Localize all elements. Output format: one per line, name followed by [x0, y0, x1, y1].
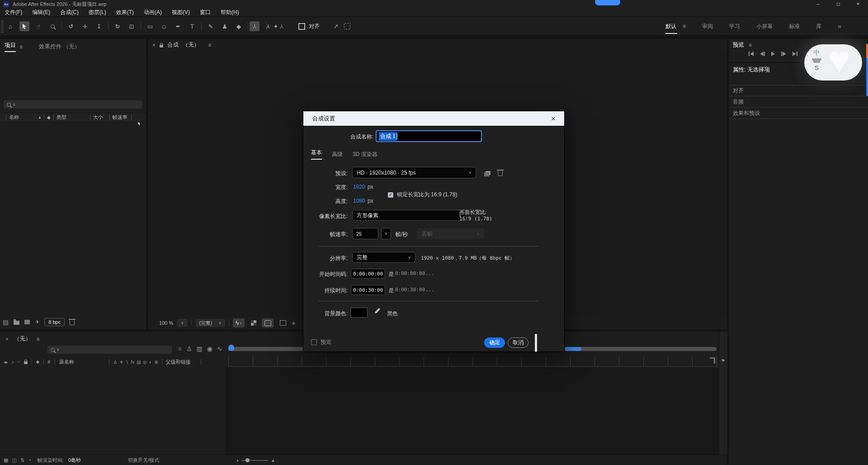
maximize-button[interactable]: ▢	[828, 0, 848, 8]
workspace-more-chevron[interactable]: »	[838, 23, 841, 30]
brush-tool[interactable]: ✎	[206, 21, 216, 31]
transparency-grid-icon[interactable]	[251, 320, 256, 326]
dialog-scrollbar-thumb[interactable]	[535, 334, 537, 352]
ime-mode-label[interactable]: 中	[813, 48, 820, 57]
column-name[interactable]: 名称	[9, 114, 19, 121]
eyedropper-icon[interactable]	[374, 307, 381, 314]
save-preset-icon[interactable]	[486, 171, 491, 175]
hide-shy-layers-icon[interactable]: ♙	[186, 346, 192, 352]
previous-frame-button[interactable]	[760, 52, 765, 56]
switch-collapse-icon[interactable]: ✳	[119, 360, 123, 365]
framerate-input[interactable]: 25	[352, 228, 378, 239]
lock-icon[interactable]	[160, 45, 163, 47]
delete-preset-icon[interactable]	[498, 171, 503, 176]
view-axis-mode-button[interactable]: Y	[277, 21, 287, 31]
rotation-tool[interactable]: ↻	[113, 21, 123, 31]
ok-button[interactable]: 确定	[484, 337, 505, 348]
solo-icon[interactable]: ○	[18, 360, 20, 364]
column-framerate[interactable]: 帧速率	[113, 114, 127, 121]
pen-tool[interactable]: ✒	[173, 21, 183, 31]
fast-preview-button[interactable]: ϟ∨	[233, 318, 245, 327]
resolution-dialog-dropdown[interactable]: 完整∨	[352, 252, 415, 263]
audio-panel-header[interactable]: 音频	[729, 96, 868, 108]
toggle-switches-modes-label[interactable]: 切换开关/模式	[128, 457, 159, 464]
switch-shy-icon[interactable]: ♙	[113, 360, 117, 365]
project-search-input[interactable]: ∨	[4, 100, 142, 109]
dialog-tab-basic[interactable]: 基本	[311, 149, 322, 160]
ime-logo-letter[interactable]: S	[815, 64, 819, 71]
preview-panel-menu-icon[interactable]: ≡	[749, 43, 752, 48]
dialog-close-button[interactable]: ✕	[546, 111, 561, 126]
column-size[interactable]: 大小	[93, 114, 103, 121]
align-panel-header[interactable]: 对齐	[729, 85, 868, 96]
workspace-default[interactable]: 默认	[665, 23, 676, 30]
switch-fx-icon[interactable]: fx	[131, 360, 134, 365]
track-area[interactable]	[226, 367, 719, 455]
trash-icon[interactable]	[70, 320, 75, 325]
marquee-button[interactable]	[342, 21, 352, 31]
comp-marker-icon[interactable]: ⚑	[721, 359, 725, 363]
type-tool[interactable]: T	[187, 21, 197, 31]
camera-tool[interactable]: ⊡	[127, 21, 137, 31]
pan-camera-tool[interactable]: ✛	[80, 21, 90, 31]
menu-file[interactable]: 文件(F)	[5, 9, 22, 16]
timeline-tab-label[interactable]: （无）	[14, 335, 31, 343]
magnification-dropdown[interactable]: ∨	[177, 319, 188, 327]
go-to-end-button[interactable]	[793, 52, 797, 56]
new-folder-icon[interactable]	[14, 321, 19, 325]
dialog-preview-checkbox[interactable]	[311, 339, 317, 345]
workspace-menu-icon[interactable]: ≡	[683, 24, 686, 29]
viewer-tab-close-icon[interactable]: ×	[152, 42, 156, 48]
height-value[interactable]: 1080	[353, 198, 365, 204]
menu-animation[interactable]: 动画(A)	[144, 9, 162, 16]
lock-aspect-checkbox[interactable]: ✓	[388, 192, 393, 198]
project-panel-menu-icon[interactable]: ≡	[19, 44, 23, 50]
toolbar-grip[interactable]	[1, 20, 4, 33]
cancel-button[interactable]: 取消	[508, 337, 528, 348]
next-frame-button[interactable]	[781, 52, 786, 56]
duration-input[interactable]: 0:00:30:00	[351, 285, 385, 295]
switch-quality-icon[interactable]: ∖	[126, 360, 128, 365]
viewer-tab-label[interactable]: 合成	[167, 41, 179, 49]
switch-3d-icon[interactable]: ⊕	[154, 360, 158, 365]
zoom-slider-knob[interactable]	[245, 458, 250, 462]
sort-ascending-icon[interactable]: ▲	[38, 115, 42, 119]
edge-widget-blue-sliver[interactable]	[866, 58, 868, 96]
menu-window[interactable]: 窗口	[200, 9, 211, 16]
orbit-camera-tool[interactable]: ↺	[66, 21, 76, 31]
label-column-icon[interactable]: ◆	[47, 115, 51, 120]
project-settings-icon[interactable]	[24, 320, 30, 324]
shape-tool[interactable]: ◇	[159, 21, 169, 31]
panel-resize-nub[interactable]	[137, 123, 140, 126]
arrow-ne-icon[interactable]: ↗	[333, 23, 339, 29]
close-button[interactable]: ✕	[848, 0, 868, 8]
framerate-preset-dropdown[interactable]: ∨	[381, 228, 391, 239]
menu-edit[interactable]: 编辑(E)	[32, 9, 50, 16]
toggle-inout-pane-icon[interactable]: ⇅	[20, 458, 24, 463]
menu-effect[interactable]: 效果(T)	[116, 9, 134, 16]
preview-panel-title[interactable]: 预览	[733, 41, 744, 49]
workspace-libraries[interactable]: 库	[816, 23, 821, 30]
source-name-column[interactable]: 源名称	[59, 359, 74, 365]
width-value[interactable]: 1920	[353, 184, 365, 190]
menu-layer[interactable]: 图层(L)	[89, 9, 106, 16]
workspace-review[interactable]: 审阅	[702, 23, 713, 30]
interpret-footage-icon[interactable]: ▤	[3, 319, 9, 325]
motion-blur-icon[interactable]: ◉	[207, 346, 212, 352]
graph-editor-icon[interactable]: ∿	[217, 346, 222, 352]
mask-visibility-button[interactable]	[262, 318, 274, 327]
preset-dropdown[interactable]: HD · 1920x1080 · 25 fps∨	[352, 167, 476, 178]
menu-help[interactable]: 帮助(H)	[221, 9, 239, 16]
current-time-indicator[interactable]	[228, 345, 234, 351]
toggle-transfer-pane-icon[interactable]: ◫	[12, 458, 16, 463]
frame-blending-icon[interactable]: ▥	[196, 346, 202, 352]
home-button[interactable]: ⌂	[5, 21, 15, 31]
start-timecode-input[interactable]: 0:00:00:00	[351, 269, 385, 279]
resolution-dropdown[interactable]: (完整)∨	[195, 319, 225, 327]
workspace-small-screen[interactable]: 小屏幕	[756, 23, 773, 30]
edge-widget-orange-sliver[interactable]	[866, 44, 868, 58]
switch-frame-blend-icon[interactable]: ▤	[137, 360, 141, 365]
bit-depth-button[interactable]: 8 bpc	[44, 318, 65, 326]
choose-grid-guides-icon[interactable]: ⌖	[292, 320, 295, 327]
column-type[interactable]: 类型	[57, 114, 66, 121]
